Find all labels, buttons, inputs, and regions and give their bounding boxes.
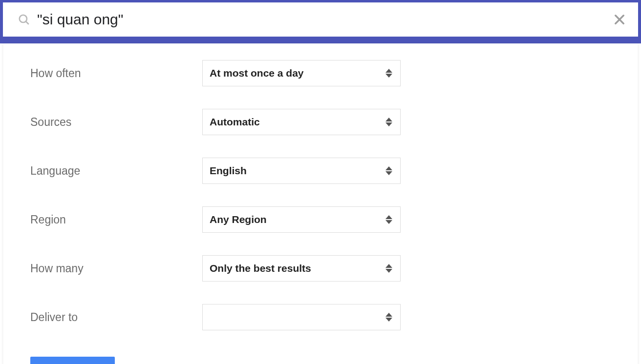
row-how-often: How often At most once a day	[30, 60, 638, 86]
label-sources: Sources	[30, 116, 202, 129]
sort-arrows-icon	[385, 264, 393, 273]
select-how-many[interactable]: Only the best results	[202, 255, 401, 282]
svg-line-1	[26, 21, 29, 24]
row-region: Region Any Region	[30, 206, 638, 233]
sort-arrows-icon	[385, 215, 393, 224]
create-alert-button[interactable]: Create Alert	[30, 357, 115, 364]
svg-point-0	[20, 15, 27, 22]
select-region[interactable]: Any Region	[202, 206, 401, 233]
actions-row: Create Alert Hide options	[30, 353, 638, 364]
sort-arrows-icon	[385, 69, 393, 78]
row-deliver-to: Deliver to	[30, 304, 638, 330]
select-how-often[interactable]: At most once a day	[202, 60, 401, 86]
select-sources[interactable]: Automatic	[202, 109, 401, 135]
label-deliver-to: Deliver to	[30, 311, 202, 324]
select-value: English	[210, 165, 385, 177]
select-value: Only the best results	[210, 263, 385, 274]
select-value: At most once a day	[210, 67, 385, 79]
sort-arrows-icon	[385, 118, 393, 126]
select-language[interactable]: English	[202, 158, 401, 184]
label-region: Region	[30, 213, 202, 226]
label-language: Language	[30, 164, 202, 178]
sort-arrows-icon	[385, 166, 393, 175]
label-how-often: How often	[30, 67, 202, 80]
row-language: Language English	[30, 158, 638, 184]
row-sources: Sources Automatic	[30, 109, 638, 135]
sort-arrows-icon	[385, 313, 393, 322]
search-bar	[0, 0, 641, 43]
select-value: Any Region	[210, 214, 385, 225]
select-deliver-to[interactable]	[202, 304, 401, 330]
search-input[interactable]	[37, 11, 613, 28]
options-panel: How often At most once a day Sources Aut…	[3, 43, 638, 364]
select-value: Automatic	[210, 116, 385, 128]
label-how-many: How many	[30, 262, 202, 275]
clear-icon[interactable]	[613, 13, 626, 26]
row-how-many: How many Only the best results	[30, 255, 638, 282]
search-icon	[18, 13, 30, 26]
